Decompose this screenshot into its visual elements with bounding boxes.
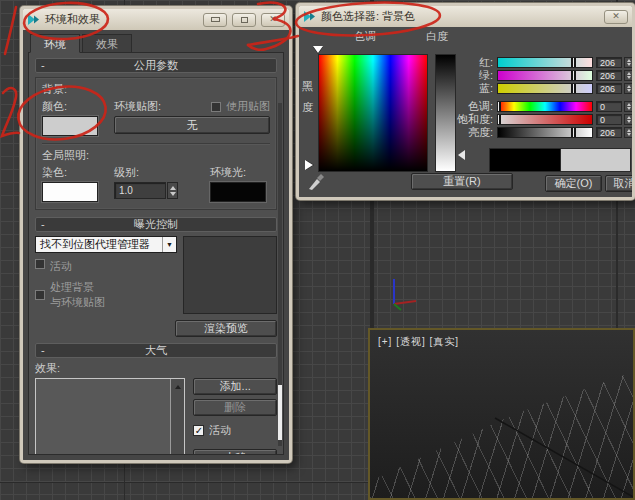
use-map-checkbox[interactable]	[211, 102, 221, 112]
add-effect-button[interactable]: 添加...	[193, 378, 277, 395]
slider-marker[interactable]	[571, 71, 576, 80]
spinner-up-icon	[170, 186, 176, 190]
minimize-icon	[211, 17, 220, 22]
red-channel-row: 红: 206	[445, 57, 633, 68]
blue-channel-row: 蓝: 206	[445, 83, 633, 94]
process-background-label: 处理背景 与环境贴图	[50, 280, 105, 310]
level-spinner[interactable]	[167, 182, 178, 199]
background-color-swatch[interactable]	[42, 116, 98, 136]
new-color-swatch	[560, 148, 631, 172]
tint-label: 染色:	[42, 165, 114, 180]
rollout-title: 曝光控制	[134, 218, 178, 230]
move-up-button[interactable]: 上移	[193, 449, 277, 455]
blue-spinner[interactable]	[624, 83, 633, 94]
exposure-active-checkbox[interactable]	[35, 259, 45, 269]
close-button[interactable]: ✕	[261, 13, 285, 27]
environment-panel: - 公用参数 背景: 颜色: 环境贴图:	[28, 52, 284, 455]
green-slider[interactable]	[497, 70, 593, 81]
perspective-viewport[interactable]: [+] [透视] [真实]	[368, 328, 635, 500]
effects-label: 效果:	[35, 361, 277, 376]
atmosphere-active-checkbox[interactable]: ✓	[193, 425, 204, 436]
old-color-swatch	[489, 148, 561, 172]
slider-marker[interactable]	[571, 128, 576, 137]
viewport-label[interactable]: [+] [透视] [真实]	[378, 335, 459, 349]
saturation-value-field[interactable]: 0	[596, 114, 622, 125]
blue-slider[interactable]	[497, 83, 593, 94]
color-selector-dialog: 颜色选择器: 背景色 ✕ 色调 白度 黑 度 重置(R) 红:	[296, 3, 635, 200]
exposure-control-group: 找不到位图代理管理器 ▼ 活动 处理背景 与环境贴图	[35, 236, 277, 337]
env-dialog-titlebar[interactable]: 环境和效果 ✕	[23, 9, 289, 30]
list-scrollbar[interactable]	[170, 379, 184, 455]
hue-value-field[interactable]: 0	[596, 101, 622, 112]
close-button[interactable]: ✕	[604, 10, 628, 24]
rollout-title: 公用参数	[134, 59, 178, 71]
ambient-color-swatch[interactable]	[210, 182, 266, 202]
rollout-common-parameters[interactable]: - 公用参数	[35, 58, 277, 73]
green-spinner[interactable]	[624, 70, 633, 81]
hue-blackness-field[interactable]	[318, 54, 428, 172]
eyedropper-icon[interactable]	[307, 171, 325, 191]
slider-marker[interactable]	[497, 102, 501, 111]
dropdown-arrow-icon: ▼	[162, 237, 176, 252]
collapse-icon: -	[41, 218, 45, 231]
hue-spinner[interactable]	[624, 101, 633, 112]
spinner-down-icon	[170, 192, 176, 196]
hue-channel-row: 色调: 0	[445, 101, 633, 112]
blue-value-field[interactable]: 206	[596, 83, 622, 94]
maximize-icon	[241, 17, 248, 23]
maximize-button[interactable]	[232, 13, 256, 27]
red-slider[interactable]	[497, 57, 593, 68]
ok-button[interactable]: 确定(O)	[545, 175, 602, 192]
perspective-axis-line	[370, 330, 635, 500]
color-label: 颜色:	[42, 99, 108, 114]
tint-color-swatch[interactable]	[42, 182, 98, 202]
picker-title: 颜色选择器: 背景色	[321, 9, 415, 24]
hue-marker-icon[interactable]	[313, 46, 323, 53]
common-parameters-group: 背景: 颜色: 环境贴图: 使用贴图	[35, 77, 277, 210]
saturation-spinner[interactable]	[624, 114, 633, 125]
collapse-icon: -	[41, 59, 45, 72]
cancel-button[interactable]: 取消(C)	[605, 175, 635, 192]
slider-marker[interactable]	[571, 58, 576, 67]
world-axis-tripod	[388, 252, 428, 314]
rollout-atmosphere[interactable]: - 大气	[35, 343, 277, 358]
slider-marker[interactable]	[571, 84, 576, 93]
picker-titlebar[interactable]: 颜色选择器: 背景色 ✕	[299, 6, 632, 27]
tab-environment[interactable]: 环境	[30, 34, 80, 53]
reset-button[interactable]: 重置(R)	[411, 173, 513, 190]
environment-map-label: 环境贴图:	[114, 99, 161, 114]
whiteness-marker-icon[interactable]	[458, 150, 465, 160]
saturation-slider[interactable]	[497, 114, 593, 125]
panel-scrollbar-thumb[interactable]	[278, 385, 282, 440]
environment-effects-dialog: 环境和效果 ✕ 环境 效果 - 公用参数 背景: 颜色:	[20, 6, 292, 463]
process-background-checkbox[interactable]	[35, 290, 45, 300]
value-label: 亮度:	[445, 125, 497, 140]
grid-major-line	[0, 482, 370, 483]
level-value-field[interactable]: 1.0	[114, 182, 166, 199]
value-slider[interactable]	[497, 127, 593, 138]
group-divider	[42, 143, 270, 144]
tab-effects[interactable]: 效果	[82, 34, 132, 53]
render-preview-button[interactable]: 渲染预览	[175, 320, 277, 337]
value-value-field[interactable]: 206	[596, 127, 622, 138]
hue-slider[interactable]	[497, 101, 593, 112]
exposure-preview	[183, 236, 277, 314]
delete-effect-button[interactable]: 删除	[193, 399, 277, 416]
atmosphere-effects-list[interactable]	[35, 378, 185, 455]
red-value-field[interactable]: 206	[596, 57, 622, 68]
environment-map-none-button[interactable]: 无	[114, 116, 270, 134]
screenshot-root: [+] [透视] [真实] 环境和效果 ✕ 环境 效果 - 公用参数	[0, 0, 635, 500]
global-lighting-label: 全局照明:	[42, 148, 270, 163]
scroll-up-icon[interactable]	[172, 381, 183, 392]
rollout-exposure-control[interactable]: - 曝光控制	[35, 217, 277, 232]
red-spinner[interactable]	[624, 57, 633, 68]
value-spinner[interactable]	[624, 127, 633, 138]
exposure-dropdown[interactable]: 找不到位图代理管理器 ▼	[35, 236, 177, 253]
close-icon: ✕	[269, 15, 277, 24]
exposure-active-label: 活动	[50, 259, 72, 274]
green-value-field[interactable]: 206	[596, 70, 622, 81]
blackness-marker-icon[interactable]	[305, 160, 313, 170]
minimize-button[interactable]	[203, 13, 227, 27]
slider-marker[interactable]	[497, 115, 501, 124]
max-app-icon	[27, 13, 40, 26]
